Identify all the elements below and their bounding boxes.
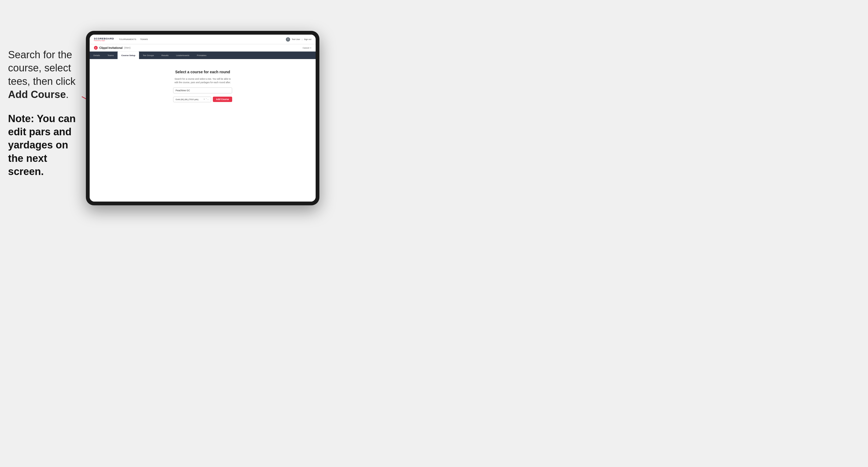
nav-teams[interactable]: TEAMS [140, 38, 148, 40]
course-search-input[interactable] [173, 88, 232, 93]
nav-links: TOURNAMENTS TEAMS [119, 38, 148, 40]
tablet-screen: SCOREBOARD Powered by clippd TOURNAMENTS… [90, 35, 316, 201]
panel-title: Select a course for each round [175, 70, 230, 74]
sign-out-link[interactable]: Sign out [304, 38, 311, 40]
main-content: Select a course for each round Search fo… [90, 59, 316, 201]
tab-bar: Details Teams Course Setup Tee Groups Re… [90, 52, 316, 59]
user-avatar: T [286, 37, 290, 41]
tournament-header: C Clippd Invitational (Men) Cancel × [90, 44, 316, 52]
tournament-title-area: C Clippd Invitational (Men) [94, 46, 130, 50]
tee-select-controls: ✕ ⌃⌄ [204, 98, 209, 100]
annotation-text-1: Search for the course, select tees, then… [8, 48, 83, 101]
annotation-text-2: Note: You can edit pars and yardages on … [8, 112, 83, 179]
course-setup-panel: Select a course for each round Search fo… [157, 70, 248, 102]
tab-leaderboards[interactable]: Leaderboards [172, 52, 193, 59]
nav-tournaments[interactable]: TOURNAMENTS [119, 38, 136, 40]
tab-details[interactable]: Details [90, 52, 103, 59]
logo-sub: Powered by clippd [94, 40, 114, 41]
add-course-button[interactable]: Add Course [213, 97, 232, 102]
tee-select-text: Gold (M) (M) (7010 yds) [176, 98, 198, 101]
tab-teams[interactable]: Teams [103, 52, 118, 59]
tab-tee-groups[interactable]: Tee Groups [139, 52, 158, 59]
navbar-left: SCOREBOARD Powered by clippd TOURNAMENTS… [94, 38, 148, 41]
tournament-gender: (Men) [124, 46, 131, 49]
cancel-button[interactable]: Cancel × [303, 47, 311, 49]
tee-selector-row: Gold (M) (M) (7010 yds) ✕ ⌃⌄ Add Course [173, 97, 232, 102]
tab-printables[interactable]: Printables [193, 52, 210, 59]
tab-results[interactable]: Results [158, 52, 172, 59]
tab-course-setup[interactable]: Course Setup [118, 52, 139, 59]
navbar-right: T Test User | Sign out [286, 37, 311, 41]
tournament-name: Clippd Invitational [99, 46, 123, 50]
annotation-area: Search for the course, select tees, then… [8, 48, 83, 179]
logo-area: SCOREBOARD Powered by clippd [94, 38, 114, 41]
tee-select[interactable]: Gold (M) (M) (7010 yds) ✕ ⌃⌄ [173, 97, 211, 102]
user-name: Test User [292, 38, 300, 40]
tablet-frame: SCOREBOARD Powered by clippd TOURNAMENTS… [86, 31, 319, 205]
navbar: SCOREBOARD Powered by clippd TOURNAMENTS… [90, 35, 316, 44]
tournament-icon: C [94, 46, 98, 50]
panel-description: Search for a course and select a tee. Yo… [173, 77, 232, 84]
divider: | [302, 38, 303, 40]
